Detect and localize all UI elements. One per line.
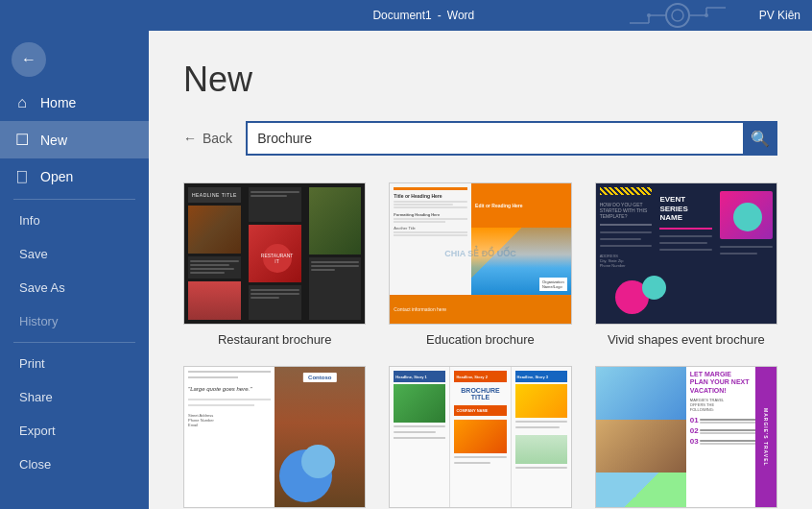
back-link[interactable]: ← Back <box>183 131 232 146</box>
sidebar-item-home[interactable]: ⌂ Home <box>0 85 149 121</box>
sidebar-item-history: History <box>0 304 149 338</box>
circuit-decoration <box>620 0 735 31</box>
page-title: New <box>183 60 777 100</box>
sidebar-home-label: Home <box>40 95 76 110</box>
open-folder-icon: ⎕ <box>13 168 31 185</box>
search-input-wrap: 🔍 <box>246 121 777 156</box>
template-thumb-education: Title or Heading Here Formatting Heading… <box>389 182 571 325</box>
template-label-education: Education brochure <box>426 332 535 347</box>
template-thumb-vivid: HOW DO YOU GETSTARTED WITH THISTEMPLATE?… <box>595 182 777 325</box>
template-item-restaurant[interactable]: HEADLINE TITLE <box>183 182 366 347</box>
search-button[interactable]: 🔍 <box>743 121 777 156</box>
search-bar: ← Back 🔍 <box>183 121 777 156</box>
title-bar: Document1 - Word PV Kiên <box>0 0 812 31</box>
new-doc-icon: ☐ <box>13 131 31 149</box>
sidebar-divider-1 <box>13 199 135 200</box>
sidebar-close-label: Close <box>19 457 51 472</box>
sidebar-item-open[interactable]: ⎕ Open <box>0 158 149 195</box>
back-button[interactable]: ← <box>12 42 46 77</box>
svg-point-5 <box>705 13 708 17</box>
sidebar-export-label: Export <box>19 424 56 438</box>
template-item-education[interactable]: Title or Heading Here Formatting Heading… <box>389 182 571 347</box>
title-bar-right: PV Kiên <box>759 9 800 22</box>
sidebar-item-new[interactable]: ☐ New <box>0 121 149 158</box>
template-item-vivid[interactable]: HOW DO YOU GETSTARTED WITH THISTEMPLATE?… <box>595 182 777 347</box>
sidebar-item-save-as[interactable]: Save As <box>0 271 149 304</box>
back-link-label: Back <box>203 131 232 146</box>
search-icon: 🔍 <box>751 130 770 148</box>
sidebar-history-label: History <box>19 314 58 328</box>
template-thumb-colorful: Headline, Story 1 Headline, Story 2 BROC… <box>389 366 571 508</box>
template-thumb-restaurant: HEADLINE TITLE <box>183 182 366 325</box>
back-link-arrow-icon: ← <box>183 131 197 146</box>
app-body: ← ⌂ Home ☐ New ⎕ Open Info Save Save As … <box>0 31 812 509</box>
sidebar-save-as-label: Save As <box>19 280 65 295</box>
template-label-vivid: Vivid shapes event brochure <box>608 332 765 347</box>
template-grid: HEADLINE TITLE <box>183 182 777 509</box>
template-label-restaurant: Restaurant brochure <box>218 332 332 347</box>
sidebar-open-label: Open <box>40 169 73 184</box>
search-input[interactable] <box>246 121 777 156</box>
sidebar-divider-2 <box>13 342 135 343</box>
sidebar-info-label: Info <box>19 213 40 228</box>
svg-point-1 <box>672 10 683 21</box>
sidebar-item-export[interactable]: Export <box>0 414 149 448</box>
app-name: Word <box>447 9 474 22</box>
svg-point-0 <box>666 4 689 27</box>
title-separator: - <box>438 9 442 22</box>
template-thumb-margie: LET MARGIEPLAN YOUR NEXTVACATION! MARGIE… <box>595 366 777 508</box>
home-icon: ⌂ <box>13 94 31 111</box>
sidebar-share-label: Share <box>19 390 53 404</box>
document-name: Document1 <box>372 9 431 22</box>
template-item-colorful[interactable]: Headline, Story 1 Headline, Story 2 BROC… <box>389 366 571 509</box>
sidebar: ← ⌂ Home ☐ New ⎕ Open Info Save Save As … <box>0 31 149 509</box>
svg-point-9 <box>647 13 651 17</box>
template-item-margie[interactable]: LET MARGIEPLAN YOUR NEXTVACATION! MARGIE… <box>595 366 777 509</box>
back-arrow-icon: ← <box>21 51 36 68</box>
sidebar-item-save[interactable]: Save <box>0 237 149 271</box>
template-thumb-contoso: "Large quote goes here." Street AddressP… <box>183 366 366 508</box>
template-item-contoso[interactable]: "Large quote goes here." Street AddressP… <box>183 366 366 509</box>
main-content: New ← Back 🔍 HEADLINE TITLE <box>149 31 812 509</box>
sidebar-print-label: Print <box>19 356 45 371</box>
sidebar-item-share[interactable]: Share <box>0 380 149 414</box>
sidebar-save-label: Save <box>19 247 48 261</box>
user-name: PV Kiên <box>759 9 800 22</box>
sidebar-item-close[interactable]: Close <box>0 448 149 481</box>
sidebar-item-print[interactable]: Print <box>0 347 149 380</box>
sidebar-new-label: New <box>40 133 67 148</box>
sidebar-item-info[interactable]: Info <box>0 204 149 237</box>
title-bar-center: Document1 - Word <box>372 9 474 22</box>
